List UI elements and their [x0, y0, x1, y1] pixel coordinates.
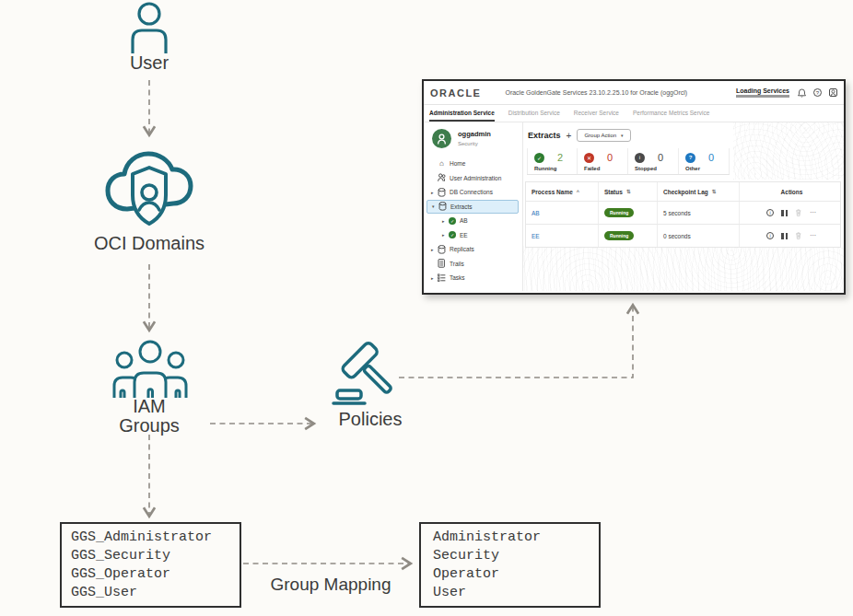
running-status-icon: ✓ — [449, 231, 456, 238]
database-icon — [438, 188, 446, 197]
running-count: 2 — [557, 152, 563, 163]
running-icon: ✓ — [534, 153, 544, 163]
tab-distribution-service[interactable]: Distribution Service — [508, 105, 560, 122]
panel-title: Extracts — [528, 131, 561, 140]
table-row: AB Running 5 seconds i ⋯ — [526, 201, 840, 224]
users-icon — [438, 173, 446, 182]
ggs-group-item: GGS_Security — [71, 547, 240, 565]
metric-failed: ✕ 0 Failed — [578, 148, 628, 174]
expand-icon[interactable]: ▸ — [431, 247, 438, 252]
col-process-name[interactable]: Process Name ^ — [526, 182, 598, 201]
sidebar-item-trails[interactable]: Trails — [424, 257, 522, 272]
ggs-role-item: Operator — [433, 565, 599, 584]
iam-groups-label: IAM Groups — [103, 397, 195, 436]
stopped-count: 0 — [658, 152, 663, 163]
sidebar-item-replicats[interactable]: ▸ Replicats — [424, 242, 522, 257]
database-icon — [438, 202, 447, 211]
group-mapping-label: Group Mapping — [261, 575, 401, 595]
background-pattern — [523, 246, 844, 291]
policies-label: Policies — [324, 409, 416, 430]
chevron-down-icon: ▾ — [621, 133, 624, 138]
extracts-table: Process Name ^ Status ⇅ Checkpoint Lag ⇅ — [525, 181, 841, 248]
database-icon — [438, 245, 446, 254]
loading-services-status: Loading Services — [736, 87, 789, 98]
user-icon — [125, 2, 173, 53]
oracle-logo: ORACLE — [430, 87, 481, 99]
ggs-group-item: GGS_Operator — [71, 565, 240, 584]
ggs-role-item: User — [433, 584, 599, 602]
account-username: oggadmin — [458, 130, 491, 138]
details-icon[interactable]: i — [766, 209, 774, 216]
home-icon: ⌂ — [438, 159, 446, 168]
avatar — [432, 129, 451, 148]
details-icon[interactable]: i — [766, 232, 774, 239]
sidebar-item-extract-ab[interactable]: ▸ ✓ AB — [424, 214, 522, 228]
tab-administration-service[interactable]: Administration Service — [429, 105, 495, 122]
sidebar-item-extracts[interactable]: ▾ Extracts — [426, 200, 519, 215]
running-status-icon: ✓ — [449, 217, 456, 225]
checklist-icon — [438, 273, 446, 283]
expand-icon[interactable]: ▸ — [442, 232, 449, 238]
sidebar-item-extract-ee[interactable]: ▸ ✓ EE — [424, 228, 522, 243]
checkpoint-lag-value: 5 seconds — [663, 210, 691, 216]
sidebar: oggadmin Security ⌂ Home User Administra… — [424, 122, 523, 291]
status-badge: Running — [604, 208, 634, 217]
sort-asc-icon: ^ — [577, 189, 579, 194]
sidebar-item-tasks[interactable]: ▸ Tasks — [424, 271, 522, 285]
ggs-roles-box: Administrator Security Operator User — [419, 522, 601, 608]
table-row: EE Running 0 seconds i ⋯ — [526, 224, 840, 247]
sidebar-item-db-connections[interactable]: ▸ DB Connections — [424, 185, 522, 200]
pause-icon[interactable] — [781, 233, 788, 239]
collapse-icon[interactable]: ▾ — [432, 203, 438, 209]
extracts-panel: Extracts + Group Action ▾ ✓ 2 Running — [523, 122, 844, 291]
add-extract-icon[interactable]: + — [567, 131, 572, 141]
expand-icon[interactable]: ▸ — [431, 275, 438, 281]
table-header-row: Process Name ^ Status ⇅ Checkpoint Lag ⇅ — [526, 182, 840, 201]
stopped-icon: i — [635, 153, 645, 163]
user-label: User — [103, 52, 195, 74]
tab-performance-metrics-service[interactable]: Performance Metrics Service — [633, 105, 709, 122]
oci-domains-icon — [105, 144, 193, 232]
ggs-role-item: Administrator — [433, 529, 599, 547]
status-badge: Running — [604, 231, 634, 240]
user-profile-icon[interactable] — [829, 88, 837, 97]
pause-icon[interactable] — [781, 210, 788, 216]
metric-stopped: i 0 Stopped — [628, 148, 679, 174]
status-summary: ✓ 2 Running ✕ 0 Failed i — [527, 148, 730, 175]
col-status[interactable]: Status ⇅ — [598, 182, 657, 201]
file-icon — [438, 259, 446, 268]
other-count: 0 — [708, 152, 714, 163]
help-icon[interactable]: ? — [813, 88, 822, 97]
service-tabs: Administration Service Distribution Serv… — [424, 105, 844, 122]
account-role: Security — [458, 141, 491, 146]
col-checkpoint-lag[interactable]: Checkpoint Lag ⇅ — [657, 182, 739, 201]
sort-icon: ⇅ — [712, 189, 717, 194]
more-actions-icon[interactable]: ⋯ — [810, 209, 817, 216]
other-icon: ? — [685, 153, 695, 163]
background-pattern — [733, 122, 844, 180]
metric-running: ✓ 2 Running — [527, 148, 578, 174]
ggs-group-item: GGS_User — [71, 584, 240, 602]
process-link[interactable]: AB — [532, 210, 540, 216]
oci-goldengate-iam-diagram: User OCI Domains IAM Groups Policies — [0, 0, 853, 616]
notifications-bell-icon[interactable] — [797, 88, 806, 98]
account-summary: oggadmin Security — [424, 129, 522, 148]
delete-icon — [795, 208, 802, 217]
tab-receiver-service[interactable]: Receiver Service — [574, 105, 619, 122]
col-actions: Actions — [739, 182, 838, 201]
delete-icon — [795, 231, 802, 240]
sort-icon: ⇅ — [626, 189, 631, 194]
more-actions-icon[interactable]: ⋯ — [810, 232, 817, 239]
group-action-button[interactable]: Group Action ▾ — [577, 129, 630, 142]
goldengate-services-window: ORACLE Oracle GoldenGate Services 23.10.… — [422, 79, 846, 295]
metric-other: ? 0 Other — [679, 148, 730, 174]
failed-icon: ✕ — [584, 153, 594, 163]
app-header: ORACLE Oracle GoldenGate Services 23.10.… — [424, 81, 844, 105]
app-title: Oracle GoldenGate Services 23.10.2.25.10… — [505, 89, 687, 96]
expand-icon[interactable]: ▸ — [442, 218, 449, 224]
policies-gavel-icon — [332, 339, 405, 411]
sidebar-item-home[interactable]: ⌂ Home — [424, 157, 522, 171]
expand-icon[interactable]: ▸ — [431, 190, 438, 195]
process-link[interactable]: EE — [532, 233, 540, 239]
sidebar-item-user-administration[interactable]: User Administration — [424, 171, 522, 186]
